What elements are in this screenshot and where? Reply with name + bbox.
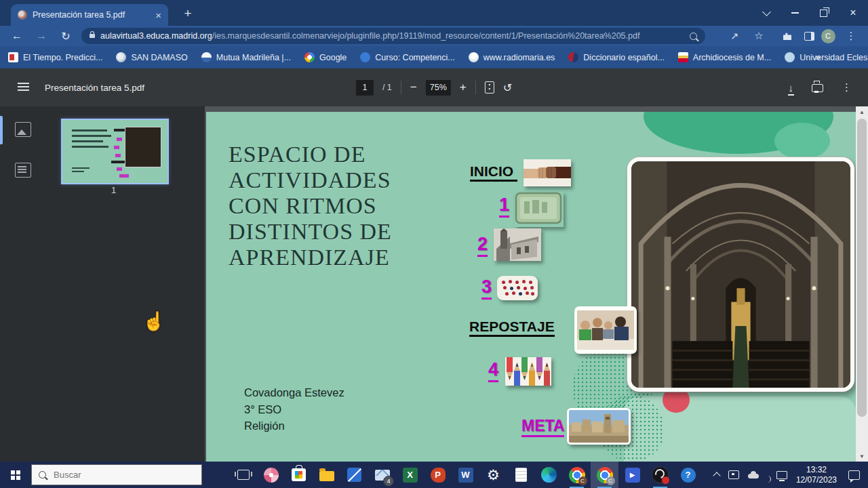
zoom-level[interactable]: 75% [426,80,451,96]
bookmark-star-button[interactable]: ☆ [749,26,769,46]
films-tv-button[interactable]: ▶ [618,462,646,488]
bookmark-item[interactable]: Universidad Eclesiá... [785,52,868,62]
windows-taskbar: 4 X P W ⚙ C C ▶ ? 13:32 12/07/2023 [0,462,868,488]
thumb-photo [125,127,161,167]
snipping-tool-button[interactable] [340,462,368,488]
scrollbar-thumb[interactable] [857,119,867,417]
tablet-image[interactable] [515,192,564,227]
address-bar[interactable]: aulavirtual3.educa.madrid.org/ies.marque… [81,28,705,44]
pdf-menu-button[interactable] [18,83,29,92]
notification-center-icon[interactable] [848,470,860,480]
edge-button[interactable] [535,462,563,488]
download-button[interactable]: ↓ [789,83,794,93]
microsoft-store-button[interactable] [285,462,313,488]
tab-close-icon[interactable]: × [155,10,161,20]
onedrive-cloud-icon[interactable] [748,474,759,479]
taskbar-clock[interactable]: 13:32 12/07/2023 [796,465,837,485]
extensions-button[interactable] [777,26,797,46]
window-restore-button[interactable] [811,0,835,26]
bookmark-item[interactable]: Google [304,52,347,62]
thumb-mark [114,146,119,149]
link-repostaje[interactable]: REPOSTAJE [469,319,555,337]
clock-time: 13:32 [796,465,837,475]
store-icon [292,468,306,481]
settings-button[interactable]: ⚙ [479,462,507,488]
page-number-input[interactable]: 1 [356,80,374,96]
bookmark-item[interactable]: Archidiocesis de M... [678,52,771,62]
zoom-out-button[interactable]: − [410,81,417,94]
start-button[interactable] [0,462,31,488]
excel-button[interactable]: X [396,462,424,488]
chrome-icon: C [597,467,613,483]
lock-icon [90,34,95,38]
window-minimize-button[interactable] [783,0,807,26]
powerpoint-button[interactable]: P [424,462,452,488]
page-total: / 1 [382,83,392,92]
browser-menu-button[interactable]: ⋮ [841,26,861,46]
town-image[interactable] [567,408,631,445]
link-2[interactable]: 2 [477,234,488,257]
game-board-image[interactable] [497,276,538,300]
bookmark-item[interactable]: El Tiempo. Predicci... [8,52,102,62]
back-button[interactable]: ← [7,26,27,46]
zoom-in-button[interactable]: + [460,81,467,94]
search-input[interactable] [52,469,195,481]
link-1[interactable]: 1 [499,195,509,218]
thumbnails-panel-icon[interactable] [15,122,31,137]
side-panel-button[interactable] [799,26,819,46]
students-photo[interactable] [574,306,637,354]
link-inicio[interactable]: INICIO [470,163,517,182]
window-chevron-button[interactable] [754,0,778,26]
zoom-search-icon[interactable] [690,33,697,40]
bookmarks-overflow-button[interactable]: » [815,52,821,62]
scroll-up-icon[interactable]: ▲ [856,106,868,117]
link-4[interactable]: 4 [488,359,498,382]
obs-button[interactable] [646,462,674,488]
notepad-button[interactable] [507,462,535,488]
mail-button[interactable]: 4 [368,462,396,488]
browser-tab[interactable]: Presentación tarea 5.pdf × [11,4,168,26]
tray-display-icon[interactable] [728,470,739,479]
new-tab-button[interactable]: + [179,5,197,22]
pdf-more-button[interactable]: ⋮ [842,81,852,94]
bookmark-item[interactable]: Diccionario español... [568,52,665,62]
link-3[interactable]: 3 [481,277,492,300]
chrome-profile1-button[interactable]: C [563,462,591,488]
rotate-icon[interactable]: ↺ [503,81,512,94]
file-explorer-button[interactable] [313,462,340,488]
chrome-profile2-button-active[interactable]: C [591,462,618,488]
bookmark-favicon-archidiocesis [678,52,688,62]
get-help-button[interactable]: ? [674,462,702,488]
bookmark-favicon-curso [360,52,370,62]
share-button[interactable]: ↗ [724,26,745,46]
bookmark-item[interactable]: SAN DAMASO [116,52,187,62]
profile-avatar[interactable]: C [818,26,838,46]
handshake-image[interactable] [524,159,571,186]
word-button[interactable]: W [452,462,479,488]
monastery-image[interactable] [494,228,541,261]
window-close-button[interactable]: × [841,0,865,26]
outline-panel-icon[interactable] [15,163,31,178]
reload-button[interactable]: ↻ [56,26,76,46]
pencils-image[interactable] [505,357,551,386]
bookmark-item[interactable]: Curso: Competenci... [360,52,454,62]
bookmark-label: Curso: Competenci... [375,53,454,62]
pinned-app-pink[interactable] [257,462,285,488]
hamburger-icon [18,83,29,84]
page-thumbnail[interactable] [61,119,169,184]
thumb-title-line [72,135,111,137]
pdf-scrollbar[interactable]: ▲ ▼ [856,106,868,462]
print-icon[interactable] [812,84,823,92]
scroll-down-icon[interactable]: ▼ [856,451,868,462]
tray-chevron-up-icon[interactable] [713,472,720,479]
link-meta[interactable]: META [521,417,564,437]
bookmark-item[interactable]: www.radiomaria.es [469,52,555,62]
forward-button[interactable]: → [31,26,52,46]
decorative-green-blob-small [774,123,830,159]
task-view-button[interactable] [229,462,257,488]
fit-page-icon[interactable] [485,81,494,94]
url-domain: aulavirtual3.educa.madrid.org [100,31,212,41]
network-icon[interactable] [776,471,787,479]
bookmark-item[interactable]: Mutua Madrileña |... [201,52,291,62]
taskbar-search[interactable] [31,464,202,485]
